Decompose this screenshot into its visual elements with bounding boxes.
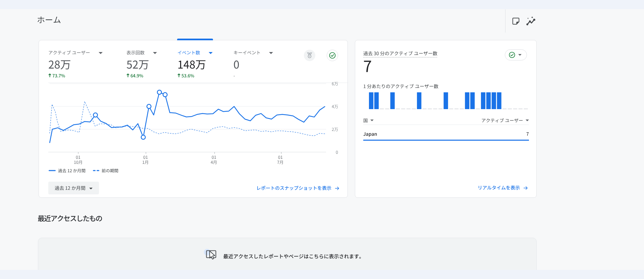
active-users-header[interactable] (481, 118, 529, 123)
page-title (37, 16, 61, 24)
metric-change-row (48, 74, 65, 78)
y-axis-label (317, 149, 338, 155)
users-cell (526, 132, 529, 136)
caret-down-icon (99, 52, 103, 54)
empty-state (204, 238, 364, 262)
country-header[interactable] (363, 118, 374, 123)
y-axis-label (317, 81, 338, 86)
metric-label-row (48, 50, 103, 55)
caret-down-icon (370, 120, 374, 121)
date-range-label (55, 186, 86, 190)
realtime-table-header (363, 118, 529, 123)
x-axis-tick (201, 155, 227, 165)
notes-button[interactable] (510, 15, 522, 27)
x-tick-month (74, 160, 83, 165)
summary-card (39, 40, 348, 198)
metric-value (177, 59, 206, 70)
check-circle-icon (508, 51, 516, 58)
empty-state-message (223, 254, 364, 259)
recent-section-heading (38, 215, 102, 222)
realtime-card (355, 40, 537, 198)
metric-label (126, 50, 145, 55)
check-circle-icon (329, 52, 336, 59)
date-range-button[interactable] (48, 182, 99, 194)
metric-label (233, 50, 261, 55)
y-axis-label (317, 127, 338, 132)
x-axis-tick (65, 155, 92, 165)
caret-down-icon (153, 52, 157, 54)
solid-line-swatch (49, 170, 56, 171)
x-tick-day (143, 155, 148, 160)
arrow-forward-icon (523, 185, 528, 191)
data-status-button[interactable] (327, 50, 338, 61)
realtime-per-minute-chart[interactable] (363, 90, 529, 110)
caret-down-icon (269, 52, 273, 54)
country-header-label (363, 118, 368, 123)
country-cell (363, 132, 377, 136)
note-icon (512, 17, 520, 25)
legend-label (58, 169, 86, 173)
realtime-per-minute-label (363, 84, 438, 89)
metric-change-row (233, 74, 235, 78)
up-arrow-icon (48, 74, 51, 78)
caret-down-icon (526, 120, 529, 121)
caret-down-icon (518, 54, 522, 56)
realtime-title-text (363, 51, 437, 57)
realtime-active-users-value (363, 58, 372, 74)
x-axis-tick (132, 155, 159, 165)
metric-change (233, 74, 235, 78)
medal-icon (306, 52, 313, 59)
metric-change-row (177, 74, 194, 78)
insights-button[interactable] (524, 15, 537, 28)
metric-change-row (126, 74, 143, 78)
app-header-strip (0, 0, 644, 9)
report-snapshot-link[interactable] (256, 182, 340, 194)
metric-value (48, 59, 71, 70)
chart-legend (49, 168, 118, 174)
key-events-setup-button[interactable] (304, 50, 315, 61)
up-arrow-icon (126, 74, 129, 78)
realtime-link[interactable] (478, 184, 528, 192)
x-tick-day (278, 155, 283, 160)
insights-icon (525, 16, 536, 27)
caret-down-icon (89, 188, 93, 189)
realtime-link-label (478, 185, 520, 190)
metric-label-row (126, 50, 157, 55)
metric-label (48, 50, 90, 55)
x-axis-tick (267, 155, 294, 165)
x-tick-day (76, 155, 80, 160)
x-tick-month (142, 160, 149, 165)
arrow-forward-icon (334, 186, 340, 191)
users-header-label (481, 118, 523, 123)
dashed-line-swatch (93, 170, 99, 171)
realtime-title (363, 51, 437, 59)
metric-value (126, 59, 149, 70)
x-tick-month (211, 160, 217, 165)
legend-label (102, 169, 118, 173)
metric-label-row (177, 50, 213, 55)
country-proportion-bar (363, 140, 529, 141)
table-divider (363, 125, 529, 125)
y-axis-label (317, 104, 338, 109)
realtime-status-dropdown[interactable] (505, 49, 527, 60)
caret-down-icon (209, 52, 213, 54)
snapshot-link-label (256, 186, 331, 190)
selected-metric-indicator (177, 39, 213, 40)
metric-label (177, 50, 200, 55)
cursor-click-icon (204, 248, 219, 262)
events-trend-chart[interactable] (39, 83, 348, 167)
header-divider (505, 9, 505, 33)
x-tick-month (277, 160, 283, 165)
up-arrow-icon (177, 74, 180, 78)
app-footer-strip (0, 270, 644, 279)
metric-change (181, 74, 194, 78)
x-tick-day (212, 155, 216, 160)
metric-label-row (233, 50, 273, 55)
metric-change (52, 74, 65, 78)
metric-value (233, 59, 239, 70)
metric-change (130, 74, 143, 78)
table-row[interactable] (363, 132, 529, 136)
